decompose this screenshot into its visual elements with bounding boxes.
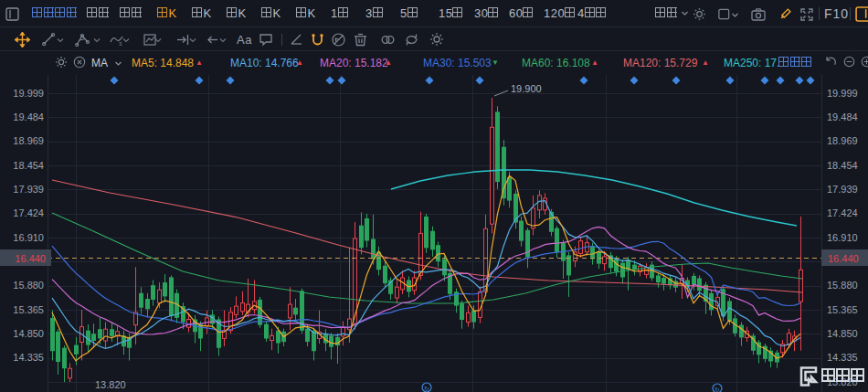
svg-text:19.999: 19.999 (827, 88, 858, 99)
svg-text:18.454: 18.454 (827, 160, 858, 171)
svg-text:17.424: 17.424 (13, 207, 44, 218)
svg-text:16.440: 16.440 (828, 253, 859, 264)
svg-text:16.910: 16.910 (827, 232, 858, 243)
svg-text:15.880: 15.880 (827, 280, 858, 291)
svg-text:19.484: 19.484 (13, 111, 44, 122)
svg-text:13.820: 13.820 (95, 379, 126, 390)
svg-text:18.454: 18.454 (13, 160, 44, 171)
svg-text:14.335: 14.335 (827, 352, 858, 363)
svg-text:19.900: 19.900 (511, 83, 542, 94)
svg-text:17.939: 17.939 (13, 184, 44, 195)
svg-text:17.939: 17.939 (827, 184, 858, 195)
svg-text:17.424: 17.424 (827, 207, 858, 218)
svg-text:15.365: 15.365 (13, 304, 44, 315)
svg-text:15.880: 15.880 (13, 280, 44, 291)
svg-text:14.850: 14.850 (13, 328, 44, 339)
svg-text:18.969: 18.969 (827, 135, 858, 146)
svg-text:16.910: 16.910 (13, 232, 44, 243)
svg-text:15.365: 15.365 (827, 304, 858, 315)
svg-text:16.440: 16.440 (15, 253, 46, 264)
svg-text:↻: ↻ (424, 386, 429, 392)
svg-text:19.999: 19.999 (13, 88, 44, 99)
svg-text:19.484: 19.484 (827, 111, 858, 122)
svg-text:↻: ↻ (715, 387, 720, 392)
svg-text:14.850: 14.850 (827, 328, 858, 339)
svg-text:14.335: 14.335 (13, 352, 44, 363)
svg-text:18.969: 18.969 (13, 135, 44, 146)
